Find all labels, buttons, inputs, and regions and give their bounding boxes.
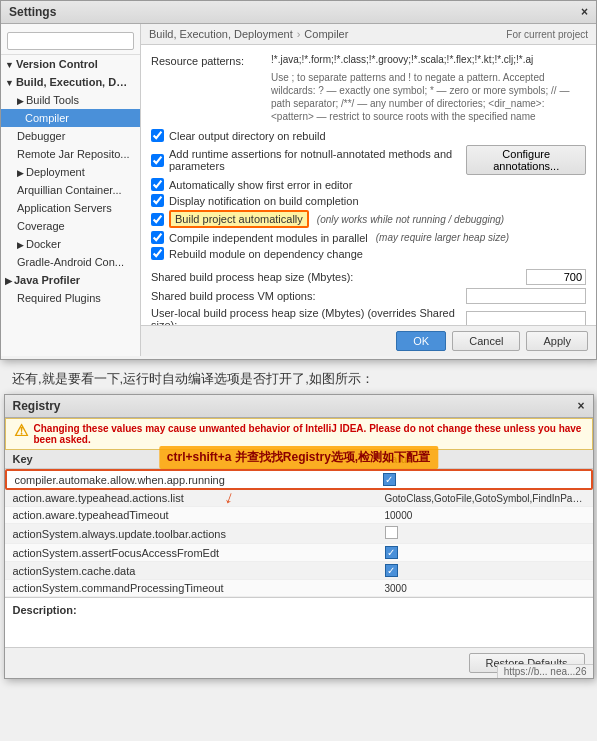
clear-output-label: Clear output directory on rebuild <box>169 130 326 142</box>
registry-row-cache-data[interactable]: actionSystem.cache.data ✓ <box>5 562 593 580</box>
registry-row-aware-timeout[interactable]: action.aware.typeaheadTimeout 10000 <box>5 507 593 524</box>
checkbox-cache-data[interactable]: ✓ <box>385 564 398 577</box>
url-bar: https://b... nea...26 <box>497 664 593 678</box>
registry-title: Registry <box>13 399 61 413</box>
registry-value-automake: ✓ ↓ <box>383 473 583 486</box>
sidebar-item-java-profiler[interactable]: ▶Java Profiler <box>1 271 140 289</box>
resource-patterns-label: Resource patterns: <box>151 53 271 67</box>
heap-size-label: Shared build process heap size (Mbytes): <box>151 271 526 283</box>
add-runtime-label: Add runtime assertions for notnull-annot… <box>169 148 466 172</box>
sidebar-item-gradle-android[interactable]: Gradle-Android Con... <box>1 253 140 271</box>
search-area <box>1 28 140 55</box>
sidebar-item-version-control[interactable]: ▼Version Control <box>1 55 140 73</box>
heap-size-row: Shared build process heap size (Mbytes): <box>151 269 586 285</box>
registry-row-focus-access[interactable]: actionSystem.assertFocusAccessFromEdt ✓ <box>5 544 593 562</box>
compile-independent-checkbox[interactable] <box>151 231 164 244</box>
registry-description: Description: <box>5 597 593 647</box>
sidebar-item-app-servers[interactable]: Application Servers <box>1 199 140 217</box>
registry-key-cache-data: actionSystem.cache.data <box>13 565 385 577</box>
registry-row-aware-actions[interactable]: action.aware.typeahead.actions.list Goto… <box>5 490 593 507</box>
checkbox-focus-access[interactable]: ✓ <box>385 546 398 559</box>
sidebar-item-build-exec[interactable]: ▼Build, Execution, Deploy <box>1 73 140 91</box>
registry-key-focus-access: actionSystem.assertFocusAccessFromEdt <box>13 547 385 559</box>
middle-instruction-text: 还有,就是要看一下,运行时自动编译选项是否打开了,如图所示： <box>0 360 597 394</box>
build-project-auto-label: Build project automatically <box>175 213 303 225</box>
resource-patterns-row: Resource patterns: !*.java;!*.form;!*.cl… <box>151 53 586 67</box>
settings-footer: OK Cancel Apply <box>141 325 596 356</box>
display-notification-label: Display notification on build completion <box>169 195 359 207</box>
sidebar-item-coverage[interactable]: Coverage <box>1 217 140 235</box>
checkbox-automake[interactable]: ✓ <box>383 473 396 486</box>
clear-output-checkbox[interactable] <box>151 129 164 142</box>
add-runtime-option: Add runtime assertions for notnull-annot… <box>151 145 586 175</box>
user-heap-label: User-local build process heap size (Mbyt… <box>151 307 466 325</box>
registry-value-command-timeout: 3000 <box>385 583 585 594</box>
sidebar-item-arquillian[interactable]: Arquillian Container... <box>1 181 140 199</box>
warning-icon: ⚠ <box>14 421 28 440</box>
registry-row-command-timeout[interactable]: actionSystem.commandProcessingTimeout 30… <box>5 580 593 597</box>
annotation-overlay: ctrl+shift+a 并查找找Registry选项,检测如下配置 <box>159 446 438 469</box>
cancel-button[interactable]: Cancel <box>452 331 520 351</box>
registry-row-automake[interactable]: compiler.automake.allow.when.app.running… <box>5 469 593 490</box>
settings-close-button[interactable]: × <box>581 5 588 19</box>
registry-row-toolbar-actions[interactable]: actionSystem.always.update.toolbar.actio… <box>5 524 593 544</box>
build-project-auto-checkbox[interactable] <box>151 213 164 226</box>
vm-options-row: Shared build process VM options: <box>151 288 586 304</box>
breadcrumb-separator: › <box>297 28 301 40</box>
vm-options-input[interactable] <box>466 288 586 304</box>
rebuild-dependency-checkbox[interactable] <box>151 247 164 260</box>
registry-warning-text: Changing these values may cause unwanted… <box>34 423 584 445</box>
registry-footer: https://b... nea...26 Restore Defaults <box>5 647 593 678</box>
registry-dialog: Registry × ctrl+shift+a 并查找找Registry选项,检… <box>4 394 594 679</box>
sidebar-item-docker[interactable]: ▶Docker <box>1 235 140 253</box>
checkbox-toolbar-actions[interactable] <box>385 526 398 539</box>
build-project-auto-highlight: Build project automatically <box>169 210 309 228</box>
resource-patterns-hint: Use ; to separate patterns and ! to nega… <box>151 71 586 123</box>
breadcrumb-part1: Build, Execution, Deployment <box>149 28 293 40</box>
resource-patterns-value: !*.java;!*.form;!*.class;!*.groovy;!*.sc… <box>271 53 586 66</box>
rebuild-dependency-option: Rebuild module on dependency change <box>151 247 586 260</box>
sidebar-item-build-tools[interactable]: ▶Build Tools <box>1 91 140 109</box>
sidebar-item-deployment[interactable]: ▶Deployment <box>1 163 140 181</box>
breadcrumb: Build, Execution, Deployment › Compiler … <box>141 24 596 45</box>
apply-button[interactable]: Apply <box>526 331 588 351</box>
settings-title-bar: Settings × <box>1 1 596 24</box>
settings-dialog: Settings × ▼Version Control ▼Build, Exec… <box>0 0 597 360</box>
show-first-error-option: Automatically show first error in editor <box>151 178 586 191</box>
compile-independent-label: Compile independent modules in parallel <box>169 232 368 244</box>
compile-independent-note: (may require larger heap size) <box>376 232 509 243</box>
user-heap-row: User-local build process heap size (Mbyt… <box>151 307 586 325</box>
sidebar-item-debugger[interactable]: Debugger <box>1 127 140 145</box>
registry-body: ctrl+shift+a 并查找找Registry选项,检测如下配置 ⚠ Cha… <box>5 418 593 678</box>
registry-close-button[interactable]: × <box>577 399 584 413</box>
sidebar-item-required-plugins[interactable]: Required Plugins <box>1 289 140 307</box>
settings-sidebar: ▼Version Control ▼Build, Execution, Depl… <box>1 24 141 356</box>
sidebar-item-compiler[interactable]: Compiler <box>1 109 140 127</box>
breadcrumb-for-project: For current project <box>506 29 588 40</box>
registry-value-focus-access: ✓ <box>385 546 585 559</box>
rebuild-dependency-label: Rebuild module on dependency change <box>169 248 363 260</box>
breadcrumb-part2: Compiler <box>304 28 348 40</box>
registry-value-aware-actions: GotoClass,GotoFile,GotoSymbol,FindInPath… <box>385 493 585 504</box>
build-project-auto-note: (only works while not running / debuggin… <box>317 214 504 225</box>
registry-key-aware-actions: action.aware.typeahead.actions.list <box>13 492 385 504</box>
show-first-error-checkbox[interactable] <box>151 178 164 191</box>
compile-independent-option: Compile independent modules in parallel … <box>151 231 586 244</box>
compiler-settings-content: Build, Execution, Deployment › Compiler … <box>141 24 596 356</box>
add-runtime-checkbox[interactable] <box>151 154 164 167</box>
registry-key-aware-timeout: action.aware.typeaheadTimeout <box>13 509 385 521</box>
sidebar-item-remote-jar[interactable]: Remote Jar Reposito... <box>1 145 140 163</box>
clear-output-option: Clear output directory on rebuild <box>151 129 586 142</box>
heap-size-input[interactable] <box>526 269 586 285</box>
vm-options-label: Shared build process VM options: <box>151 290 466 302</box>
search-input[interactable] <box>7 32 134 50</box>
registry-key-toolbar-actions: actionSystem.always.update.toolbar.actio… <box>13 528 385 540</box>
configure-annotations-button[interactable]: Configure annotations... <box>466 145 586 175</box>
registry-key-command-timeout: actionSystem.commandProcessingTimeout <box>13 582 385 594</box>
registry-value-cache-data: ✓ <box>385 564 585 577</box>
ok-button[interactable]: OK <box>396 331 446 351</box>
settings-body: ▼Version Control ▼Build, Execution, Depl… <box>1 24 596 356</box>
user-heap-input[interactable] <box>466 311 586 325</box>
display-notification-checkbox[interactable] <box>151 194 164 207</box>
registry-title-bar: Registry × <box>5 395 593 418</box>
